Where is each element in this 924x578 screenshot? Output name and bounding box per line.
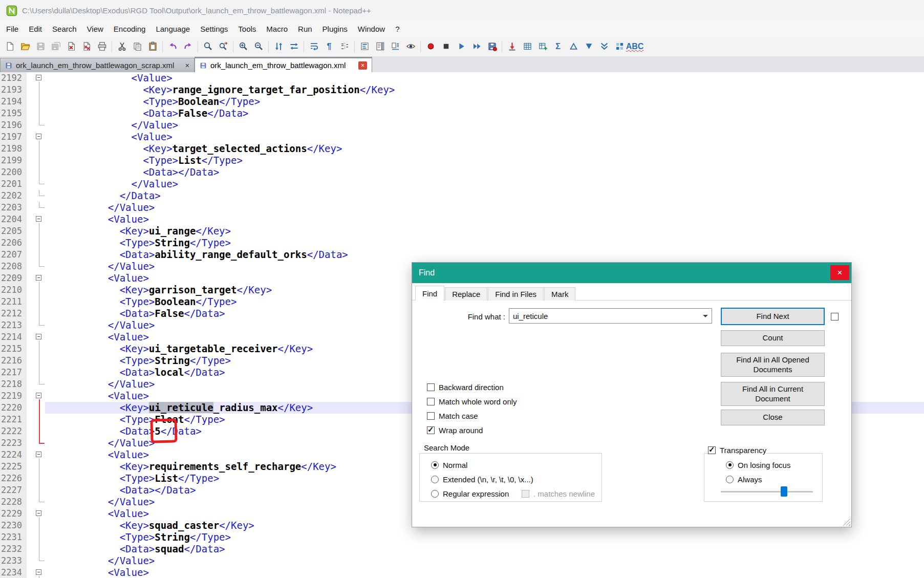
open-file-icon[interactable] (17, 38, 33, 55)
close-all-icon[interactable] (79, 38, 94, 55)
code-line-text[interactable]: <Value> (45, 72, 924, 84)
plugin-triangle-up-icon[interactable] (566, 38, 581, 55)
dropdown-arrow-icon[interactable] (699, 309, 712, 323)
checkbox-transparency[interactable]: Transparency (708, 445, 766, 455)
undo-icon[interactable] (165, 38, 180, 55)
checkbox-box[interactable] (708, 446, 716, 454)
close-file-icon[interactable] (63, 38, 79, 55)
code-line-text[interactable]: </Value> (45, 178, 924, 190)
plugin-double-down-icon[interactable] (596, 38, 612, 55)
radio-always[interactable]: Always (726, 475, 762, 484)
radio-circle[interactable] (726, 476, 734, 483)
checkbox-wrap-around[interactable]: Wrap around (427, 425, 483, 435)
menu-settings[interactable]: Settings (195, 21, 233, 36)
code-line-text[interactable]: </Value> (45, 555, 924, 567)
fold-collapse-icon[interactable] (36, 134, 41, 139)
checkbox-match-case[interactable]: Match case (427, 411, 478, 420)
checkbox-match-whole-word-only[interactable]: Match whole word only (427, 397, 517, 406)
find-dialog-tab-find-in-files[interactable]: Find in Files (488, 287, 544, 301)
find-dialog-close-button[interactable]: × (830, 265, 849, 280)
macro-playback-icon[interactable] (454, 38, 469, 55)
checkbox-box[interactable] (427, 383, 435, 391)
redo-icon[interactable] (180, 38, 196, 55)
plugin-arrow-down-icon[interactable] (504, 38, 520, 55)
code-line-text[interactable]: <Key>target_selected_actions</Key> (45, 143, 924, 155)
fold-collapse-icon[interactable] (36, 334, 41, 339)
radio-circle[interactable] (431, 461, 439, 469)
fold-collapse-icon[interactable] (36, 75, 41, 80)
checkbox-box[interactable] (427, 426, 435, 434)
macro-record-icon[interactable] (423, 38, 438, 55)
plugin-grid-icon[interactable] (612, 38, 627, 55)
close-button[interactable]: Close (721, 410, 825, 425)
file-monitoring-icon[interactable] (403, 38, 418, 55)
radio-circle[interactable] (726, 461, 734, 469)
radio-regular-expression[interactable]: Regular expression (431, 489, 509, 498)
count-button[interactable]: Count (721, 330, 825, 346)
code-line-text[interactable]: <Type>String</Type> (45, 531, 924, 543)
macro-save-icon[interactable] (484, 38, 500, 55)
radio-on-losing-focus[interactable]: On losing focus (726, 460, 790, 469)
zoom-out-icon[interactable] (251, 38, 266, 55)
transparency-slider[interactable] (721, 486, 813, 497)
show-all-characters-icon[interactable]: ¶ (321, 38, 337, 55)
menu-window[interactable]: Window (353, 21, 390, 36)
menu-help[interactable]: ? (390, 21, 404, 36)
new-file-icon[interactable] (2, 38, 17, 55)
slider-thumb[interactable] (781, 486, 787, 497)
code-line-text[interactable]: <Type>Boolean</Type> (45, 96, 924, 108)
fold-collapse-icon[interactable] (36, 393, 41, 398)
menu-file[interactable]: File (1, 21, 24, 36)
word-wrap-icon[interactable] (306, 38, 321, 55)
spell-check-abc-icon[interactable]: ABC (627, 38, 642, 55)
document-map-icon[interactable] (372, 38, 388, 55)
fold-collapse-icon[interactable] (36, 216, 41, 222)
code-line-text[interactable]: <Value> (45, 213, 924, 225)
code-line-text[interactable]: <Data>squad</Data> (45, 543, 924, 555)
find-icon[interactable] (200, 38, 216, 55)
code-line-text[interactable]: <Type>String</Type> (45, 237, 924, 249)
menu-run[interactable]: Run (293, 21, 317, 36)
menu-plugins[interactable]: Plugins (317, 21, 353, 36)
plugin-triangle-down-icon[interactable] (581, 38, 596, 55)
checkbox-box[interactable] (427, 412, 435, 420)
fold-collapse-icon[interactable] (36, 569, 41, 575)
menu-tools[interactable]: Tools (233, 21, 261, 36)
document-list-icon[interactable] (388, 38, 403, 55)
radio-circle[interactable] (431, 490, 439, 498)
sync-vertical-scroll-icon[interactable] (271, 38, 286, 55)
code-line-text[interactable]: </Value> (45, 119, 924, 131)
zoom-in-icon[interactable] (235, 38, 251, 55)
find-dialog-titlebar[interactable]: Find (412, 263, 851, 283)
slider-track[interactable] (721, 491, 813, 493)
menu-encoding[interactable]: Encoding (109, 21, 151, 36)
sync-horizontal-scroll-icon[interactable] (286, 38, 302, 55)
radio-normal[interactable]: Normal (431, 460, 467, 469)
find-dialog-tab-mark[interactable]: Mark (544, 287, 575, 301)
tab-close-button[interactable]: × (185, 62, 189, 69)
fold-collapse-icon[interactable] (36, 510, 41, 516)
radio-circle[interactable] (431, 476, 439, 483)
code-line-text[interactable]: <Key>range_ignore_target_far_position</K… (45, 84, 924, 96)
find-dialog-tab-find[interactable]: Find (415, 286, 444, 301)
tab-ork-launch-em-throw-battlewagon-xml[interactable]: ork_launch_em_throw_battlewagon.xml× (195, 57, 372, 72)
code-line-text[interactable]: </Data> (45, 190, 924, 202)
find-all-in-all-opened-documents-button[interactable]: Find All in All Opened Documents (721, 353, 825, 377)
macro-stop-icon[interactable] (438, 38, 454, 55)
replace-icon[interactable] (216, 38, 231, 55)
copy-icon[interactable] (130, 38, 145, 55)
fold-collapse-icon[interactable] (36, 452, 41, 457)
menu-macro[interactable]: Macro (261, 21, 293, 36)
two-button-mode-checkbox[interactable] (831, 313, 839, 320)
tab-ork-launch-em-throw-battlewagon-scrap-xml[interactable]: ork_launch_em_throw_battlewagon_scrap.xm… (0, 58, 195, 72)
checkbox-box[interactable] (427, 398, 435, 405)
paste-icon[interactable] (145, 38, 160, 55)
find-dialog-tab-replace[interactable]: Replace (445, 287, 487, 301)
code-line-text[interactable]: <Data>ability_range_default_orks</Data> (45, 249, 924, 261)
plugin-table-icon[interactable] (520, 38, 535, 55)
find-next-button[interactable]: Find Next (721, 308, 825, 325)
macro-run-multiple-icon[interactable] (469, 38, 484, 55)
cut-icon[interactable] (114, 38, 130, 55)
find-all-in-current-document-button[interactable]: Find All in Current Document (721, 382, 825, 406)
print-icon[interactable] (94, 38, 110, 55)
